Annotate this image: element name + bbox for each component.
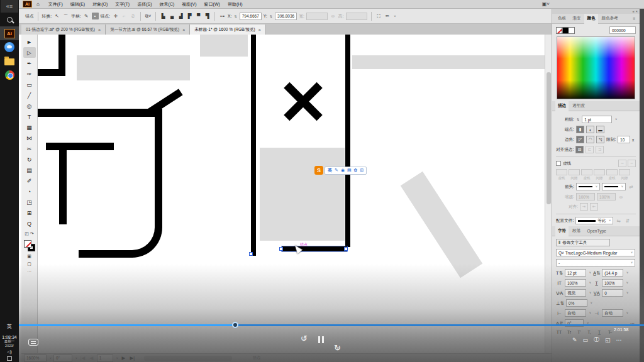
space-before-select[interactable]: 自动: [565, 309, 586, 317]
panel-tab[interactable]: 色板: [555, 16, 569, 21]
first-artboard-icon[interactable]: |◀: [79, 354, 86, 361]
zoom-tool[interactable]: Q: [23, 218, 36, 229]
align-center-stroke-button[interactable]: ⊟: [575, 146, 584, 153]
horizontal-scale-select[interactable]: 100%: [602, 279, 623, 287]
anchor-point[interactable]: [344, 247, 348, 251]
y-input[interactable]: 396.8036: [275, 13, 297, 20]
screen-mode-icon[interactable]: ▢: [27, 261, 31, 266]
show-desktop-icon[interactable]: [7, 356, 12, 361]
y-stepper[interactable]: ⇅: [270, 14, 272, 18]
more-options-icon[interactable]: ✏: [384, 13, 391, 19]
edit-toolbar-icon[interactable]: ⋯: [27, 269, 31, 274]
align-dash-button[interactable]: ┉: [628, 160, 636, 167]
isolate-icon[interactable]: ⧉˅: [145, 13, 152, 19]
selection-tool[interactable]: ►: [23, 36, 36, 47]
transform-icon[interactable]: ⛶: [375, 13, 382, 19]
align-right-icon[interactable]: ▟: [177, 13, 184, 19]
eyedropper-tool[interactable]: ✐: [23, 175, 36, 186]
preserve-dash-button[interactable]: ┅: [618, 160, 626, 167]
align-outside-stroke-button[interactable]: ⊐: [596, 146, 604, 153]
touch-type-tool-button[interactable]: Ⅱ修饰文字工具: [556, 239, 610, 246]
vertical-scrollbar[interactable]: [545, 35, 552, 353]
align-inside-stroke-button[interactable]: ⊏: [586, 146, 594, 153]
chevron-down-icon[interactable]: ˅: [394, 14, 396, 18]
forward-30-button[interactable]: ↻30: [334, 343, 644, 353]
anchor-point[interactable]: [249, 252, 253, 256]
next-artboard-icon[interactable]: ▶: [120, 354, 127, 361]
artboard-number-select[interactable]: 1: [97, 354, 113, 362]
ime-mic-icon[interactable]: ◉: [341, 168, 345, 173]
selected-path-segment[interactable]: [282, 246, 347, 251]
rectangle-tool[interactable]: ▭: [23, 79, 36, 90]
document-tab[interactable]: 未标题-1* @ 1600 % (RGB/预览) ×: [190, 25, 266, 35]
miter-limit-input[interactable]: 10: [618, 136, 630, 143]
curvature-tool[interactable]: ✑: [23, 69, 36, 79]
font-style-select[interactable]: -˅: [556, 259, 635, 266]
weight-input[interactable]: 1 pt: [582, 116, 612, 123]
panel-tab[interactable]: 颜色参考: [599, 16, 621, 21]
menu-item[interactable]: 效果(C): [156, 2, 179, 6]
taskbar-search-button[interactable]: [0, 13, 19, 26]
blend-tool[interactable]: ◔: [23, 186, 36, 197]
menu-item[interactable]: 帮助(H): [224, 2, 247, 6]
app-logo[interactable]: Ai: [23, 1, 32, 8]
taskbar-explorer-app[interactable]: [0, 54, 19, 68]
dashed-line-checkbox[interactable]: [556, 161, 561, 166]
taskbar-collapse-button[interactable]: «≡: [1, 0, 18, 13]
danmaku-box-icon[interactable]: ▭: [583, 337, 589, 343]
tracking-select[interactable]: 0: [602, 289, 623, 297]
align-center-icon[interactable]: ▄: [169, 13, 175, 19]
home-icon[interactable]: ⌂: [36, 1, 40, 7]
document-tab[interactable]: 01-描边造字.ai* @ 200 % (RGB/预览) ×: [21, 25, 106, 35]
width-profile-select[interactable]: 等比˅: [575, 217, 613, 224]
align-left-icon[interactable]: ▙: [160, 13, 167, 19]
more-icon[interactable]: ⋯: [616, 337, 622, 343]
ime-toolbox-icon[interactable]: ⊞: [360, 168, 364, 173]
miter-join-button[interactable]: ◸: [576, 136, 584, 143]
close-icon[interactable]: ×: [98, 28, 101, 32]
menu-item[interactable]: 视图(V): [178, 2, 200, 6]
prev-artboard-icon[interactable]: ◀: [88, 354, 95, 361]
panel-tab[interactable]: 段落: [570, 228, 583, 234]
clock-time[interactable]: 1:08:34: [0, 335, 19, 339]
artwork-black-stroke[interactable]: [38, 69, 65, 76]
pause-button[interactable]: [318, 336, 324, 343]
menu-item[interactable]: 窗口(W): [201, 2, 224, 6]
player-progress-bar[interactable]: [19, 324, 644, 326]
menu-item[interactable]: 对象(O): [89, 2, 111, 6]
menu-item[interactable]: 文件(F): [45, 2, 67, 6]
link-dimensions-icon[interactable]: ∞: [330, 13, 336, 19]
subtitle-icon[interactable]: Ⓣ: [594, 336, 599, 344]
show-handles-icon[interactable]: ✎: [83, 13, 90, 19]
butt-cap-button[interactable]: ▮: [576, 126, 584, 133]
grid-tool[interactable]: ▦: [23, 122, 36, 133]
remove-anchor-icon[interactable]: ⌐: [121, 13, 128, 19]
volume-icon[interactable]: ◁): [0, 349, 19, 354]
swap-arrowheads-icon[interactable]: ⇄: [628, 184, 635, 190]
arrange-documents-icon[interactable]: ▣˅: [542, 1, 550, 7]
cut-path-icon[interactable]: Ƨ: [130, 13, 136, 19]
rotation-select[interactable]: 0°: [53, 354, 72, 362]
artboard-canvas[interactable]: 锚点 S 英 ✎ ◉ ▤ ✿ ⊞: [38, 35, 545, 353]
weight-stepper[interactable]: ⇅: [577, 118, 579, 121]
width-tool[interactable]: ⋈: [23, 133, 36, 143]
ime-pen-icon[interactable]: ✎: [335, 168, 338, 173]
x-input[interactable]: 794.6667: [240, 13, 262, 20]
line-tool[interactable]: ╱: [23, 90, 36, 101]
font-size-select[interactable]: 12 pt: [565, 269, 586, 277]
hide-handles-icon[interactable]: ▪: [92, 13, 99, 19]
close-icon[interactable]: ×: [258, 28, 261, 32]
convert-smooth-icon[interactable]: ⌒: [62, 13, 69, 19]
taskbar-meeting-app[interactable]: [0, 40, 19, 54]
add-anchor-icon[interactable]: ✛: [112, 13, 119, 19]
arrowhead-start-select[interactable]: ˅: [576, 183, 600, 190]
font-family-select[interactable]: Q˅TrueLogoG-Medium Regular˅: [556, 249, 635, 256]
projecting-cap-button[interactable]: ▬: [596, 126, 604, 133]
reference-point-icon[interactable]: ⊶: [219, 13, 226, 19]
align-top-icon[interactable]: ▛: [186, 13, 193, 19]
ime-keyboard-icon[interactable]: ▤: [347, 168, 352, 173]
ime-indicator[interactable]: 英: [0, 323, 19, 330]
spiral-tool[interactable]: ◎: [23, 101, 36, 111]
align-bottom-icon[interactable]: ▜: [204, 13, 211, 19]
panel-tab[interactable]: 字符: [555, 226, 569, 236]
